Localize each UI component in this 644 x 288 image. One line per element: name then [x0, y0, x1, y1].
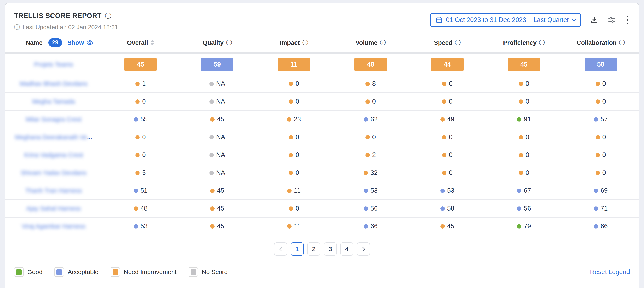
score-cell: 45 [179, 110, 256, 128]
score-dot-value: 58 [440, 205, 454, 212]
score-cell: 0 [562, 75, 639, 93]
score-level-dot [135, 171, 140, 175]
score-level-dot [517, 117, 521, 122]
score-value: 55 [140, 116, 148, 123]
score-cell: 59 [179, 53, 256, 75]
score-dot-value: 0 [596, 80, 606, 87]
download-button[interactable] [590, 16, 598, 24]
score-value: 0 [526, 169, 529, 177]
score-level-dot [442, 82, 446, 86]
score-dot-value: 0 [289, 151, 299, 159]
score-cell: 45 [409, 217, 486, 235]
score-dot-value: 11 [287, 222, 301, 230]
score-value: 0 [296, 80, 299, 87]
column-settings-button[interactable] [608, 16, 616, 24]
score-cell: 56 [486, 199, 562, 217]
table-row: Viraj Agambar Harness53451166457966 [5, 217, 639, 235]
member-name-link[interactable]: Meghana Deerakanath Ve... [15, 134, 92, 140]
score-cell: 45 [102, 53, 179, 75]
score-value: 0 [372, 133, 376, 141]
legend-bar: GoodAcceptableNeed ImprovementNo Score R… [5, 267, 639, 277]
score-level-dot [442, 171, 446, 175]
member-name-link[interactable]: Projets Teams [34, 61, 73, 68]
score-dot-value: NA [210, 80, 225, 87]
score-cell: 0 [409, 75, 486, 93]
column-label: Quality [202, 39, 224, 46]
legend-item-no-score[interactable]: No Score [188, 267, 228, 277]
legend-item-good[interactable]: Good [14, 267, 42, 277]
score-cell: NA [179, 75, 256, 93]
member-name-link[interactable]: Mitar Sonagra Crest [26, 116, 81, 123]
member-name-link[interactable]: Megha Tamada [32, 98, 75, 105]
member-name-link[interactable]: Ajay Sahal Harness [26, 205, 81, 212]
more-options-button[interactable] [625, 15, 630, 25]
score-value: 56 [524, 205, 531, 212]
info-icon[interactable]: ⓘ [380, 40, 386, 46]
member-name-link[interactable]: Madhav Bhash Devdans [20, 80, 88, 87]
score-value: 0 [526, 98, 529, 105]
show-names-link[interactable]: Show [68, 39, 94, 46]
legend-item-acceptable[interactable]: Acceptable [54, 267, 98, 277]
score-level-dot [134, 206, 138, 211]
score-dot-value: 57 [594, 116, 608, 123]
table-row: Krina Vadgama Crest0NA02000 [5, 146, 639, 164]
score-value: 0 [142, 133, 146, 141]
show-label: Show [68, 39, 84, 46]
title-info-icon[interactable]: ⓘ [105, 13, 111, 19]
score-value: 45 [217, 116, 224, 123]
info-icon[interactable]: ⓘ [619, 40, 625, 46]
score-dot-value: 0 [596, 98, 606, 105]
score-dot-value: 45 [210, 205, 224, 212]
column-header-collaboration: Collaborationⓘ [562, 38, 639, 53]
table-row: Mitar Sonagra Crest55452362499157 [5, 110, 639, 128]
score-value: 0 [449, 80, 452, 87]
score-level-dot [596, 153, 600, 157]
reset-legend-link[interactable]: Reset Legend [590, 268, 630, 276]
score-cell: 0 [409, 128, 486, 146]
member-name-link[interactable]: Viraj Agambar Harness [22, 223, 86, 229]
previous-page-button[interactable] [274, 242, 287, 256]
column-header-quality: Qualityⓘ [179, 38, 256, 53]
score-dot-value: 0 [442, 133, 452, 141]
next-page-button[interactable] [357, 242, 370, 256]
score-value: 0 [296, 151, 299, 159]
score-level-dot [287, 117, 291, 122]
sort-icon[interactable] [150, 40, 154, 45]
page-button-3[interactable]: 3 [324, 242, 337, 256]
legend-item-need-improvement[interactable]: Need Improvement [110, 267, 176, 277]
score-dot-value: 0 [289, 133, 299, 141]
date-separator [530, 16, 530, 24]
score-level-dot [289, 82, 293, 86]
score-level-dot [519, 171, 523, 175]
score-level-dot [517, 189, 521, 193]
score-cell: 0 [102, 128, 179, 146]
info-icon[interactable]: ⓘ [539, 40, 545, 46]
member-name-link[interactable]: Shivam Yadav Devdans [21, 169, 86, 176]
score-cell: 48 [102, 199, 179, 217]
page-button-1[interactable]: 1 [290, 242, 304, 256]
info-icon[interactable]: ⓘ [302, 40, 308, 46]
page-button-4[interactable]: 4 [340, 242, 354, 256]
score-cell: 0 [409, 146, 486, 164]
score-level-dot [519, 135, 523, 139]
legend-color-swatch [16, 269, 22, 275]
score-value: 0 [602, 80, 606, 87]
score-cell: 58 [409, 199, 486, 217]
member-name-link[interactable]: Krina Vadgama Crest [24, 151, 83, 158]
score-value: 0 [449, 169, 452, 177]
page-button-2[interactable]: 2 [307, 242, 320, 256]
info-icon[interactable]: ⓘ [455, 40, 461, 46]
table-row: Thanh Tran Harness51451153536769 [5, 182, 639, 199]
member-name-link[interactable]: Thanh Tran Harness [25, 187, 82, 194]
info-icon[interactable]: ⓘ [226, 40, 232, 46]
score-level-dot [289, 206, 293, 211]
score-cell: 45 [179, 217, 256, 235]
score-dot-value: 0 [596, 133, 606, 141]
table-body: Projets Teams45591148444558Madhav Bhash … [5, 53, 639, 235]
name-cell: Megha Tamada [5, 93, 102, 110]
score-level-dot [440, 206, 445, 211]
score-dot-value: 0 [289, 205, 299, 212]
score-level-dot [596, 171, 600, 175]
date-range-button[interactable]: 01 Oct 2023 to 31 Dec 2023 Last Quarter [430, 13, 581, 27]
legend-color-swatch [112, 269, 118, 275]
